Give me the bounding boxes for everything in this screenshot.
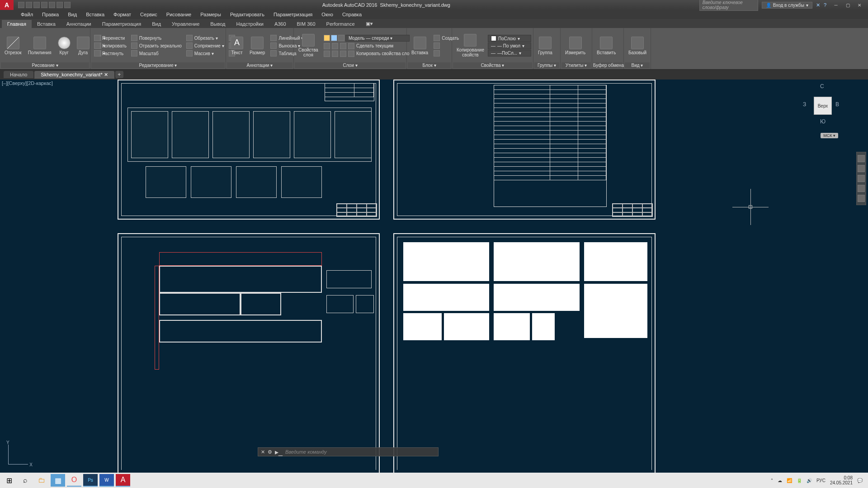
viewport-label[interactable]: [–][Сверху][2D-каркас] bbox=[2, 80, 53, 86]
menu-draw[interactable]: Рисование bbox=[162, 11, 196, 18]
circle-button[interactable]: Круг bbox=[55, 36, 73, 56]
move-button[interactable]: Перенести bbox=[92, 34, 128, 42]
nav-zoom-icon[interactable] bbox=[858, 175, 865, 182]
menu-modify[interactable]: Редактировать bbox=[226, 11, 269, 18]
sign-in-button[interactable]: 👤Вход в службы▾ bbox=[762, 2, 812, 9]
qat-undo-icon[interactable] bbox=[57, 2, 63, 8]
color-selector[interactable]: ПоСлою▾ bbox=[488, 35, 531, 42]
tray-notifications-icon[interactable]: 💬 bbox=[857, 478, 863, 483]
close-button[interactable]: ✕ bbox=[854, 1, 865, 9]
restore-button[interactable]: ▢ bbox=[842, 1, 854, 9]
cmdline-options-icon[interactable]: ⚙ bbox=[268, 449, 272, 455]
nav-wheel-icon[interactable] bbox=[858, 155, 865, 162]
qat-redo-icon[interactable] bbox=[64, 2, 71, 8]
taskbar-word-icon[interactable]: W bbox=[99, 474, 114, 487]
taskbar-explorer-icon[interactable]: 🗀 bbox=[34, 474, 49, 487]
measure-button[interactable]: Измерить bbox=[562, 36, 588, 56]
tab-output[interactable]: Вывод bbox=[205, 20, 231, 28]
layer-light-icon[interactable] bbox=[324, 35, 330, 41]
trim-button[interactable]: Обрезать ▾ bbox=[184, 34, 226, 42]
layer-lock-icon[interactable] bbox=[338, 35, 344, 41]
tab-manage[interactable]: Управление bbox=[166, 20, 205, 28]
tray-chevron-icon[interactable]: ˄ bbox=[771, 478, 773, 483]
app-logo[interactable]: A bbox=[0, 0, 14, 10]
start-button[interactable]: ⊞ bbox=[2, 474, 16, 487]
tab-parametric[interactable]: Параметризация bbox=[97, 20, 146, 28]
linetype-selector[interactable]: ——ПоСл...▾ bbox=[488, 50, 531, 56]
taskbar-search-icon[interactable]: ⌕ bbox=[18, 474, 33, 487]
filetab-start[interactable]: Начало bbox=[4, 71, 33, 78]
tab-insert[interactable]: Вставка bbox=[32, 20, 61, 28]
dimension-button[interactable]: Размер bbox=[247, 36, 268, 56]
tab-addins[interactable]: Надстройки bbox=[231, 20, 269, 28]
tab-view[interactable]: Вид bbox=[146, 20, 166, 28]
qat-open-icon[interactable] bbox=[26, 2, 32, 8]
panel-block-title[interactable]: Блок ▾ bbox=[408, 62, 451, 68]
tab-a360[interactable]: A360 bbox=[269, 20, 292, 28]
menu-help[interactable]: Справка bbox=[338, 11, 366, 18]
menu-tools[interactable]: Сервис bbox=[136, 11, 162, 18]
infocenter-search[interactable]: Введите ключевое слово/фразу bbox=[699, 0, 758, 11]
taskbar-autocad-icon[interactable]: A bbox=[116, 474, 130, 487]
tray-onedrive-icon[interactable]: ☁ bbox=[778, 478, 782, 483]
match-properties-button[interactable]: Копирование свойств bbox=[454, 33, 487, 58]
baseview-button[interactable]: Базовый bbox=[626, 36, 649, 56]
tab-annotate[interactable]: Аннотации bbox=[61, 20, 97, 28]
lineweight-selector[interactable]: —— По умол▾ bbox=[488, 42, 531, 49]
tray-wifi-icon[interactable]: 📶 bbox=[787, 478, 792, 483]
panel-layers-title[interactable]: Слои ▾ bbox=[295, 62, 406, 68]
filetab-document[interactable]: Skhemy_konechny_variant* ✕ bbox=[34, 71, 114, 79]
qat-save-icon[interactable] bbox=[33, 2, 40, 8]
tab-bim360[interactable]: BIM 360 bbox=[292, 20, 321, 28]
qat-new-icon[interactable] bbox=[18, 2, 24, 8]
panel-properties-title[interactable]: Свойства ▾ bbox=[453, 62, 532, 68]
tab-performance[interactable]: Performance bbox=[321, 20, 360, 28]
command-input[interactable]: Введите команду bbox=[285, 449, 327, 455]
arc-button[interactable]: Дуга bbox=[74, 36, 92, 56]
nav-showmotion-icon[interactable] bbox=[858, 195, 865, 202]
group-button[interactable]: Группа bbox=[535, 36, 555, 56]
cmdline-close-icon[interactable]: ✕ bbox=[261, 449, 265, 455]
paste-button[interactable]: Вставить bbox=[594, 36, 618, 56]
line-button[interactable]: Отрезок bbox=[2, 36, 24, 56]
menu-edit[interactable]: Правка bbox=[38, 11, 63, 18]
menu-view[interactable]: Вид bbox=[63, 11, 81, 18]
taskbar-calculator-icon[interactable]: ▦ bbox=[51, 474, 65, 487]
panel-draw-title[interactable]: Рисование ▾ bbox=[1, 62, 89, 68]
fillet-button[interactable]: Сопряжение ▾ bbox=[184, 42, 226, 49]
tray-battery-icon[interactable]: 🔋 bbox=[797, 478, 802, 483]
stretch-button[interactable]: Растянуть bbox=[92, 50, 128, 57]
ribbon-options-icon[interactable]: ▣▾ bbox=[360, 19, 378, 28]
tray-clock[interactable]: 0:08 24.05.2021 bbox=[830, 475, 853, 485]
viewcube[interactable]: С Ю З В Верх bbox=[805, 83, 841, 128]
mirror-button[interactable]: Отразить зеркально bbox=[129, 42, 184, 49]
wcs-selector[interactable]: МСК ▾ bbox=[821, 133, 838, 138]
copy-button[interactable]: Копировать bbox=[92, 42, 128, 49]
viewcube-top-face[interactable]: Верх bbox=[814, 97, 832, 115]
minimize-button[interactable]: ─ bbox=[830, 1, 842, 9]
polyline-button[interactable]: Полилиния bbox=[25, 36, 54, 56]
qat-plot-icon[interactable] bbox=[49, 2, 55, 8]
panel-view-title[interactable]: Вид ▾ bbox=[625, 62, 650, 68]
tray-language[interactable]: РУС bbox=[816, 478, 826, 483]
filetab-add[interactable]: + bbox=[115, 71, 123, 78]
make-current-button[interactable]: Сделать текущим bbox=[322, 42, 411, 50]
menu-format[interactable]: Формат bbox=[109, 11, 136, 18]
layer-selector[interactable]: Модель — спереди ▾ bbox=[345, 35, 410, 42]
panel-modify-title[interactable]: Редактирование ▾ bbox=[91, 62, 225, 68]
menu-dimension[interactable]: Размеры bbox=[196, 11, 226, 18]
menu-parametric[interactable]: Параметризация bbox=[269, 11, 317, 18]
panel-utilities-title[interactable]: Утилиты ▾ bbox=[561, 62, 591, 68]
panel-groups-title[interactable]: Группы ▾ bbox=[534, 62, 559, 68]
qat-saveas-icon[interactable] bbox=[41, 2, 47, 8]
scale-button[interactable]: Масштаб bbox=[129, 50, 184, 57]
array-button[interactable]: Массив ▾ bbox=[184, 50, 226, 57]
drawing-viewport[interactable]: [–][Сверху][2D-каркас] bbox=[0, 80, 868, 473]
tab-home[interactable]: Главная bbox=[2, 20, 32, 28]
menu-file[interactable]: Файл bbox=[16, 11, 38, 18]
exchange-icon[interactable]: ✕ bbox=[816, 2, 820, 8]
help-icon[interactable]: ? bbox=[824, 2, 826, 8]
text-button[interactable]: AТекст bbox=[228, 36, 246, 56]
menu-window[interactable]: Окно bbox=[317, 11, 338, 18]
menu-insert[interactable]: Вставка bbox=[81, 11, 109, 18]
